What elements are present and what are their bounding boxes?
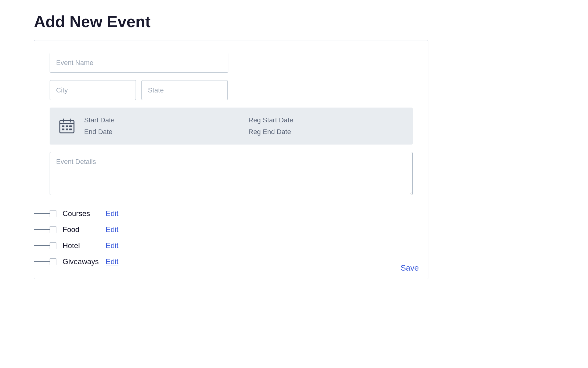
page-title: Add New Event bbox=[34, 12, 570, 31]
svg-rect-8 bbox=[66, 129, 68, 130]
list-item: Giveaways Edit bbox=[50, 254, 413, 270]
list-item: Hotel Edit bbox=[50, 238, 413, 254]
courses-label: Courses bbox=[63, 209, 100, 218]
divider-courses bbox=[34, 213, 50, 214]
svg-rect-5 bbox=[66, 125, 68, 127]
start-date-label: Start Date bbox=[84, 116, 239, 124]
giveaways-label: Giveaways bbox=[63, 257, 100, 266]
date-fields-left: Start Date End Date bbox=[84, 116, 239, 136]
reg-start-date-label: Reg Start Date bbox=[248, 116, 403, 124]
event-details-textarea[interactable] bbox=[50, 152, 413, 195]
calendar-icon bbox=[59, 118, 75, 134]
courses-checkbox[interactable] bbox=[50, 210, 56, 217]
food-checkbox[interactable] bbox=[50, 226, 56, 233]
giveaways-edit-link[interactable]: Edit bbox=[106, 257, 118, 266]
list-item: Food Edit bbox=[50, 222, 413, 238]
save-button[interactable]: Save bbox=[401, 263, 419, 273]
giveaways-checkbox[interactable] bbox=[50, 258, 56, 265]
hotel-checkbox[interactable] bbox=[50, 242, 56, 249]
end-date-label: End Date bbox=[84, 128, 239, 136]
food-label: Food bbox=[63, 225, 100, 234]
courses-edit-link[interactable]: Edit bbox=[106, 209, 118, 218]
reg-end-date-label: Reg End Date bbox=[248, 128, 403, 136]
svg-rect-7 bbox=[62, 129, 64, 130]
svg-rect-6 bbox=[69, 125, 72, 127]
svg-rect-4 bbox=[62, 125, 64, 127]
city-input[interactable] bbox=[50, 80, 136, 100]
list-item: Courses Edit bbox=[50, 206, 413, 222]
hotel-edit-link[interactable]: Edit bbox=[106, 241, 118, 250]
date-section: Start Date End Date Reg Start Date Reg E… bbox=[50, 108, 413, 145]
food-edit-link[interactable]: Edit bbox=[106, 225, 118, 234]
hotel-label: Hotel bbox=[63, 241, 100, 250]
checkbox-section: Courses Edit Food Edit Hotel Edit Giveaw… bbox=[50, 206, 413, 270]
state-input[interactable] bbox=[141, 80, 228, 100]
date-fields-right: Reg Start Date Reg End Date bbox=[248, 116, 403, 136]
divider-food bbox=[34, 229, 50, 230]
event-name-input[interactable] bbox=[50, 53, 228, 73]
svg-rect-9 bbox=[69, 129, 72, 130]
divider-giveaways bbox=[34, 261, 50, 262]
city-state-row bbox=[50, 80, 413, 100]
divider-hotel bbox=[34, 245, 50, 246]
add-event-form: Start Date End Date Reg Start Date Reg E… bbox=[34, 40, 428, 279]
